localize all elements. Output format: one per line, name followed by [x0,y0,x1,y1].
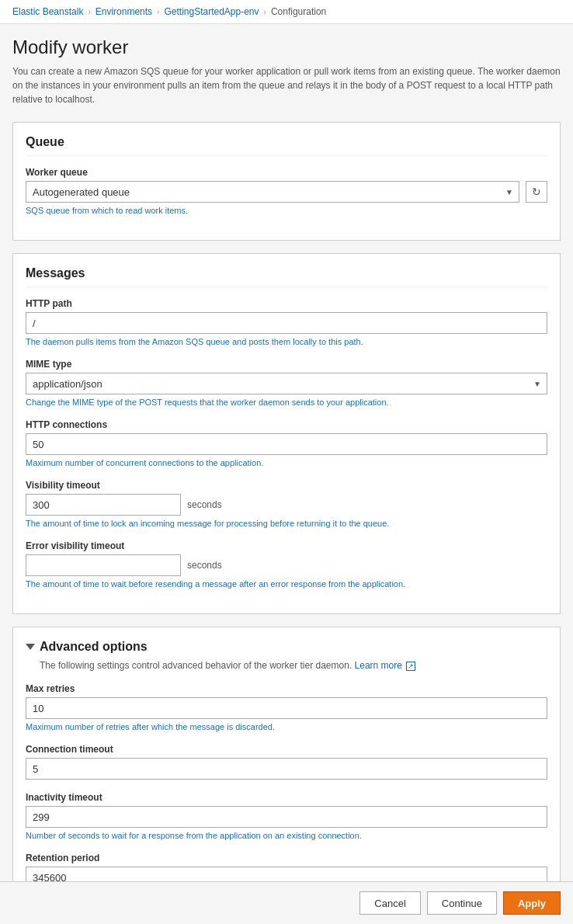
visibility-timeout-hint: The amount of time to lock an incoming m… [26,519,547,528]
connection-timeout-input[interactable] [26,758,547,780]
error-visibility-input[interactable] [26,554,181,576]
mime-type-select[interactable]: application/json application/x-www-form-… [26,373,547,394]
queue-section: Queue Worker queue Autogenerated queue ▼… [12,122,561,241]
breadcrumb-app-env[interactable]: GettingStartedApp-env [164,6,259,17]
messages-section: Messages HTTP path The daemon pulls item… [12,253,561,614]
messages-section-title: Messages [26,266,547,287]
breadcrumb: Elastic Beanstalk › Environments › Getti… [0,0,573,24]
breadcrumb-elastic-beanstalk[interactable]: Elastic Beanstalk [12,6,83,17]
visibility-timeout-label: Visibility timeout [26,480,547,491]
http-connections-field: HTTP connections Maximum number of concu… [26,419,547,467]
max-retries-label: Max retries [26,683,547,694]
worker-queue-select-wrapper: Autogenerated queue ▼ [26,181,519,203]
external-link-icon [406,662,415,671]
footer-bar: Cancel Continue Apply [0,881,573,924]
http-path-label: HTTP path [26,298,547,309]
page-title: Modify worker [12,36,561,58]
triangle-icon [26,644,35,650]
error-visibility-hint: The amount of time to wait before resend… [26,579,547,589]
inactivity-timeout-input[interactable] [26,806,547,828]
breadcrumb-sep-1: › [88,8,90,16]
queue-section-title: Queue [26,135,547,156]
learn-more-link[interactable]: Learn more [355,660,402,671]
page-description: You can create a new Amazon SQS queue fo… [12,64,561,106]
http-connections-label: HTTP connections [26,419,547,430]
mime-type-select-wrapper: application/json application/x-www-form-… [26,373,547,394]
http-connections-hint: Maximum number of concurrent connections… [26,458,547,467]
visibility-timeout-unit: seconds [187,499,222,510]
http-path-input[interactable] [26,312,547,334]
connection-timeout-label: Connection timeout [26,744,547,755]
breadcrumb-sep-3: › [264,8,266,16]
visibility-timeout-field: Visibility timeout seconds The amount of… [26,480,547,528]
http-path-hint: The daemon pulls items from the Amazon S… [26,337,547,346]
visibility-timeout-input[interactable] [26,494,181,516]
http-connections-input[interactable] [26,433,547,455]
refresh-button[interactable]: ↻ [526,181,547,203]
mime-type-hint: Change the MIME type of the POST request… [26,398,547,407]
page-header: Modify worker You can create a new Amazo… [0,24,573,122]
inactivity-timeout-hint: Number of seconds to wait for a response… [26,831,547,840]
apply-button[interactable]: Apply [503,891,561,915]
mime-type-field: MIME type application/json application/x… [26,359,547,407]
breadcrumb-environments[interactable]: Environments [96,6,152,17]
inactivity-timeout-label: Inactivity timeout [26,792,547,803]
worker-queue-field: Worker queue Autogenerated queue ▼ ↻ SQS… [26,167,547,215]
worker-queue-select[interactable]: Autogenerated queue [26,181,519,203]
mime-type-label: MIME type [26,359,547,370]
breadcrumb-configuration: Configuration [271,6,326,17]
advanced-title: Advanced options [40,640,148,654]
error-visibility-unit: seconds [187,560,222,571]
retention-period-label: Retention period [26,853,547,863]
advanced-section: Advanced options The following settings … [12,627,561,924]
advanced-description: The following settings control advanced … [26,660,547,671]
error-visibility-label: Error visibility timeout [26,540,547,551]
continue-button[interactable]: Continue [427,891,497,915]
worker-queue-label: Worker queue [26,167,547,178]
connection-timeout-field: Connection timeout [26,744,547,780]
cancel-button[interactable]: Cancel [359,891,420,915]
advanced-toggle[interactable]: Advanced options [26,640,547,654]
error-visibility-field: Error visibility timeout seconds The amo… [26,540,547,589]
worker-queue-hint: SQS queue from which to read work items. [26,206,547,215]
max-retries-hint: Maximum number of retries after which th… [26,722,547,731]
inactivity-timeout-field: Inactivity timeout Number of seconds to … [26,792,547,840]
max-retries-field: Max retries Maximum number of retries af… [26,683,547,731]
breadcrumb-sep-2: › [157,8,159,16]
http-path-field: HTTP path The daemon pulls items from th… [26,298,547,346]
max-retries-input[interactable] [26,697,547,719]
